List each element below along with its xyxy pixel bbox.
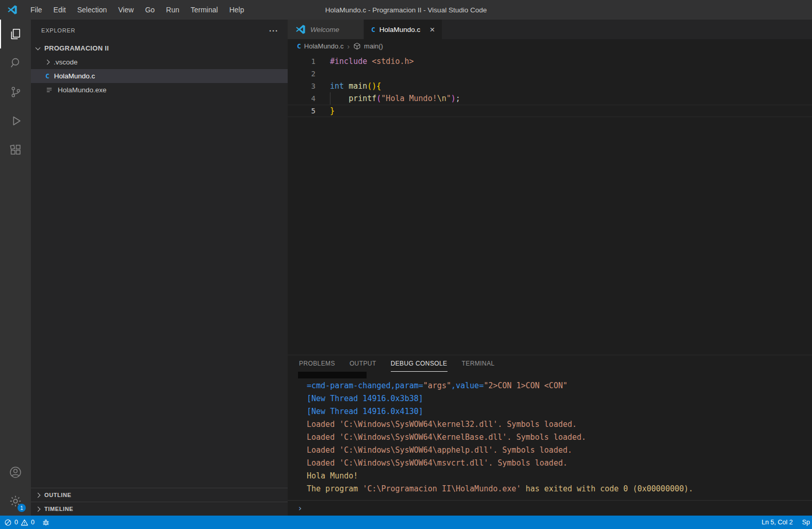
run-debug-icon (9, 114, 22, 127)
activity-extensions[interactable] (0, 135, 31, 164)
editor-tab-bar: WelcomeCHolaMundo.c× (288, 20, 812, 39)
activity-bar-bottom: 1 (0, 458, 31, 516)
indent-guide (330, 92, 330, 105)
problems-status[interactable]: 0 0 (4, 519, 35, 526)
breadcrumb-separator: › (347, 42, 350, 51)
console-line: Loaded 'C:\Windows\SysWOW64\apphelp.dll'… (307, 444, 812, 457)
status-bar-left: 0 0 (4, 518, 50, 526)
breadcrumb: CHolaMundo.c›main() (288, 39, 812, 53)
panel-tab-bar: PROBLEMSOUTPUTDEBUG CONSOLETERMINAL (288, 355, 812, 372)
menu-file[interactable]: File (25, 0, 48, 20)
console-prompt-icon: › (297, 503, 303, 513)
cursor-position[interactable]: Ln 5, Col 2 (761, 519, 792, 526)
activity-account[interactable] (0, 458, 31, 487)
code-line-1: 1#include <stdio.h> (288, 55, 812, 68)
warning-icon (21, 519, 28, 526)
more-actions-button[interactable]: ··· (269, 26, 278, 35)
explorer-icon (9, 27, 22, 41)
code-line-3: 3int main(){ (288, 80, 812, 92)
search-icon (9, 57, 22, 70)
breadcrumb-label: main() (364, 42, 383, 50)
debug-console-output: =cmd-param-changed,param="args",value="2… (288, 372, 812, 500)
status-bar-right: Ln 5, Col 2 Sp (761, 519, 810, 526)
panel-tab-problems[interactable]: PROBLEMS (299, 355, 335, 372)
sidebar-title: EXPLORER (41, 27, 75, 34)
breadcrumb-item[interactable]: main() (353, 42, 383, 50)
console-line: =cmd-param-changed,param="args",value="2… (307, 379, 812, 392)
chevron-right-icon (36, 506, 41, 511)
file-item-.vscode[interactable]: .vscode (31, 55, 288, 69)
c-file-icon: C (45, 72, 49, 80)
binary-file-icon (45, 86, 53, 94)
activity-settings[interactable]: 1 (0, 487, 31, 516)
panel-tab-debug-console[interactable]: DEBUG CONSOLE (391, 355, 448, 372)
file-item-holamundo.c[interactable]: CHolaMundo.c (31, 69, 288, 83)
panel-tab-output[interactable]: OUTPUT (350, 355, 376, 372)
line-text: int main(){ (330, 80, 381, 92)
code-line-2: 2 (288, 68, 812, 80)
close-icon[interactable]: × (429, 25, 435, 34)
file-label: HolaMundo.c (54, 72, 95, 80)
debug-bug-icon (42, 518, 50, 526)
workbench: 1 EXPLORER ··· PROGRAMACION II .vscodeCH… (0, 20, 812, 516)
tab-label: HolaMundo.c (379, 26, 421, 34)
console-line: Loaded 'C:\Windows\SysWOW64\KernelBase.d… (307, 431, 812, 444)
sidebar-header: EXPLORER ··· (31, 20, 288, 41)
error-count: 0 (14, 519, 18, 526)
settings-badge: 1 (18, 504, 26, 512)
section-outline[interactable]: OUTLINE (31, 488, 288, 502)
file-item-holamundo.exe[interactable]: HolaMundo.exe (31, 83, 288, 97)
line-number: 2 (288, 68, 316, 80)
c-file-icon: C (371, 26, 375, 34)
file-tree: .vscodeCHolaMundo.cHolaMundo.exe (31, 55, 288, 488)
menu-help[interactable]: Help (224, 0, 250, 20)
activity-explorer[interactable] (0, 20, 31, 48)
status-bar: 0 0 Ln 5, Col 2 Sp (0, 516, 812, 529)
chevron-right-icon (45, 60, 50, 65)
title-bar: FileEditSelectionViewGoRunTerminalHelp H… (0, 0, 812, 20)
vscode-logo-icon (0, 4, 25, 15)
menu-edit[interactable]: Edit (48, 0, 72, 20)
section-label: TIMELINE (44, 506, 73, 512)
editor-group: WelcomeCHolaMundo.c× CHolaMundo.c›main()… (288, 20, 812, 516)
console-line: Hola Mundo! (307, 470, 812, 483)
debug-status[interactable] (42, 518, 50, 526)
menu-go[interactable]: Go (139, 0, 160, 20)
activity-source-control[interactable] (0, 77, 31, 106)
menu-selection[interactable]: Selection (72, 0, 113, 20)
line-text: printf("Hola Mundo!\n"); (330, 92, 460, 105)
line-number: 5 (288, 105, 316, 117)
line-number: 4 (288, 92, 316, 105)
breadcrumb-item[interactable]: CHolaMundo.c (297, 42, 343, 50)
clipped-line-fragment (298, 372, 367, 378)
tab-welcome[interactable]: Welcome (288, 20, 364, 39)
activity-run-debug[interactable] (0, 106, 31, 135)
file-label: HolaMundo.exe (58, 86, 107, 94)
code-editor[interactable]: 1#include <stdio.h>23int main(){4 printf… (288, 53, 812, 355)
source-control-icon (9, 86, 22, 98)
panel-tab-terminal[interactable]: TERMINAL (462, 355, 495, 372)
c-file-icon: C (297, 42, 301, 50)
menu-view[interactable]: View (112, 0, 139, 20)
root-folder-label: PROGRAMACION II (44, 44, 109, 52)
root-folder-row[interactable]: PROGRAMACION II (31, 41, 288, 55)
activity-search[interactable] (0, 48, 31, 77)
indentation-status[interactable]: Sp (802, 519, 810, 526)
tab-holamundo.c[interactable]: CHolaMundo.c× (364, 20, 442, 39)
file-label: .vscode (54, 58, 78, 66)
chevron-down-icon (36, 45, 41, 50)
account-icon (9, 466, 22, 479)
console-line: [New Thread 14916.0x4130] (307, 405, 812, 418)
menu-terminal[interactable]: Terminal (185, 0, 224, 20)
code-line-4: 4 printf("Hola Mundo!\n"); (288, 92, 812, 105)
line-number: 1 (288, 55, 316, 68)
section-timeline[interactable]: TIMELINE (31, 502, 288, 516)
console-line: Loaded 'C:\Windows\SysWOW64\msvcrt.dll'.… (307, 457, 812, 470)
line-text: #include <stdio.h> (330, 55, 414, 68)
debug-console-input[interactable]: › (288, 500, 812, 516)
breadcrumb-label: HolaMundo.c (304, 42, 344, 50)
sidebar-bottom-sections: OUTLINETIMELINE (31, 488, 288, 516)
console-line: Loaded 'C:\Windows\SysWOW64\kernel32.dll… (307, 418, 812, 431)
menu-run[interactable]: Run (160, 0, 185, 20)
menu-bar: FileEditSelectionViewGoRunTerminalHelp (25, 0, 250, 20)
